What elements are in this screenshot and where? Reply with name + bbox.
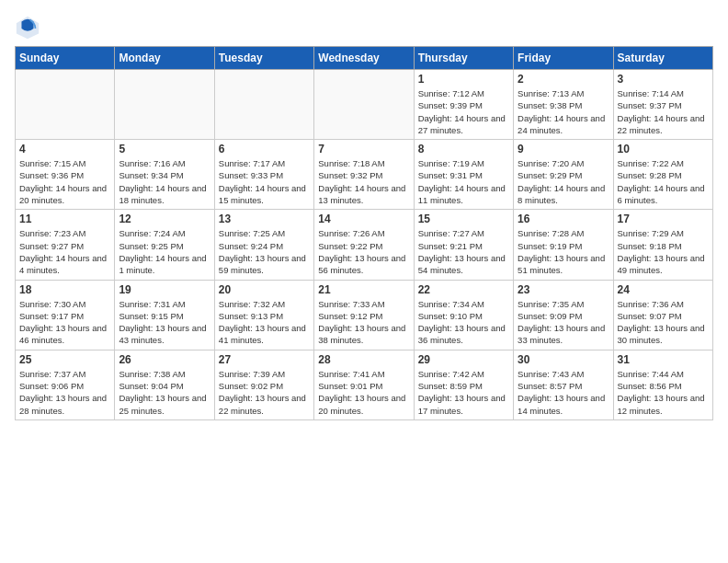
day-info: Sunrise: 7:15 AM Sunset: 9:36 PM Dayligh… xyxy=(19,157,110,206)
header xyxy=(15,15,713,40)
day-info: Sunrise: 7:30 AM Sunset: 9:17 PM Dayligh… xyxy=(19,298,110,347)
day-number: 8 xyxy=(418,143,509,155)
calendar-week-1: 1Sunrise: 7:12 AM Sunset: 9:39 PM Daylig… xyxy=(16,70,713,140)
day-info: Sunrise: 7:20 AM Sunset: 9:29 PM Dayligh… xyxy=(518,157,609,206)
day-number: 16 xyxy=(518,213,609,225)
day-info: Sunrise: 7:29 AM Sunset: 9:18 PM Dayligh… xyxy=(618,227,709,276)
day-number: 9 xyxy=(518,143,609,155)
calendar-cell: 28Sunrise: 7:41 AM Sunset: 9:01 PM Dayli… xyxy=(314,350,414,419)
day-info: Sunrise: 7:12 AM Sunset: 9:39 PM Dayligh… xyxy=(418,87,509,136)
calendar-cell: 15Sunrise: 7:27 AM Sunset: 9:21 PM Dayli… xyxy=(414,210,513,280)
day-info: Sunrise: 7:34 AM Sunset: 9:10 PM Dayligh… xyxy=(418,298,509,347)
calendar-cell: 9Sunrise: 7:20 AM Sunset: 9:29 PM Daylig… xyxy=(514,140,613,210)
day-number: 15 xyxy=(418,213,509,225)
calendar-cell: 3Sunrise: 7:14 AM Sunset: 9:37 PM Daylig… xyxy=(613,70,712,140)
day-number: 1 xyxy=(418,73,509,86)
day-info: Sunrise: 7:17 AM Sunset: 9:33 PM Dayligh… xyxy=(219,157,310,206)
day-number: 31 xyxy=(618,353,709,366)
calendar-cell: 17Sunrise: 7:29 AM Sunset: 9:18 PM Dayli… xyxy=(613,210,712,280)
day-info: Sunrise: 7:38 AM Sunset: 9:04 PM Dayligh… xyxy=(119,368,210,417)
day-info: Sunrise: 7:32 AM Sunset: 9:13 PM Dayligh… xyxy=(219,298,310,347)
logo xyxy=(15,15,44,40)
day-info: Sunrise: 7:27 AM Sunset: 9:21 PM Dayligh… xyxy=(418,227,509,276)
day-number: 21 xyxy=(318,283,409,296)
day-info: Sunrise: 7:26 AM Sunset: 9:22 PM Dayligh… xyxy=(318,227,409,276)
day-info: Sunrise: 7:28 AM Sunset: 9:19 PM Dayligh… xyxy=(518,227,609,276)
calendar-header-row: SundayMondayTuesdayWednesdayThursdayFrid… xyxy=(16,47,713,70)
day-info: Sunrise: 7:37 AM Sunset: 9:06 PM Dayligh… xyxy=(19,368,110,417)
calendar-header-thursday: Thursday xyxy=(414,47,513,70)
day-info: Sunrise: 7:24 AM Sunset: 9:25 PM Dayligh… xyxy=(119,227,210,276)
day-info: Sunrise: 7:25 AM Sunset: 9:24 PM Dayligh… xyxy=(219,227,310,276)
day-info: Sunrise: 7:43 AM Sunset: 8:57 PM Dayligh… xyxy=(518,368,609,417)
day-info: Sunrise: 7:35 AM Sunset: 9:09 PM Dayligh… xyxy=(518,298,609,347)
day-info: Sunrise: 7:44 AM Sunset: 8:56 PM Dayligh… xyxy=(618,368,709,417)
calendar-header-monday: Monday xyxy=(115,47,214,70)
calendar-header-sunday: Sunday xyxy=(16,47,115,70)
calendar-cell: 19Sunrise: 7:31 AM Sunset: 9:15 PM Dayli… xyxy=(115,280,214,350)
day-info: Sunrise: 7:19 AM Sunset: 9:31 PM Dayligh… xyxy=(418,157,509,206)
calendar-cell: 12Sunrise: 7:24 AM Sunset: 9:25 PM Dayli… xyxy=(115,210,214,280)
day-number: 5 xyxy=(119,143,210,155)
calendar-cell: 20Sunrise: 7:32 AM Sunset: 9:13 PM Dayli… xyxy=(214,280,313,350)
calendar-cell: 10Sunrise: 7:22 AM Sunset: 9:28 PM Dayli… xyxy=(613,140,712,210)
day-info: Sunrise: 7:39 AM Sunset: 9:02 PM Dayligh… xyxy=(219,368,310,417)
calendar-header-saturday: Saturday xyxy=(613,47,712,70)
day-number: 25 xyxy=(19,353,110,366)
day-info: Sunrise: 7:36 AM Sunset: 9:07 PM Dayligh… xyxy=(618,298,709,347)
calendar-cell: 27Sunrise: 7:39 AM Sunset: 9:02 PM Dayli… xyxy=(214,350,313,419)
day-number: 24 xyxy=(618,283,709,296)
day-number: 11 xyxy=(19,213,110,225)
day-number: 26 xyxy=(119,353,210,366)
calendar: SundayMondayTuesdayWednesdayThursdayFrid… xyxy=(15,46,713,420)
day-number: 14 xyxy=(318,213,409,225)
day-info: Sunrise: 7:41 AM Sunset: 9:01 PM Dayligh… xyxy=(318,368,409,417)
day-number: 3 xyxy=(618,73,709,86)
calendar-cell: 25Sunrise: 7:37 AM Sunset: 9:06 PM Dayli… xyxy=(16,350,115,419)
day-info: Sunrise: 7:18 AM Sunset: 9:32 PM Dayligh… xyxy=(318,157,409,206)
day-number: 6 xyxy=(219,143,310,155)
calendar-cell: 16Sunrise: 7:28 AM Sunset: 9:19 PM Dayli… xyxy=(514,210,613,280)
day-number: 4 xyxy=(19,143,110,155)
calendar-cell: 8Sunrise: 7:19 AM Sunset: 9:31 PM Daylig… xyxy=(414,140,513,210)
calendar-week-5: 25Sunrise: 7:37 AM Sunset: 9:06 PM Dayli… xyxy=(16,350,713,419)
calendar-cell: 11Sunrise: 7:23 AM Sunset: 9:27 PM Dayli… xyxy=(16,210,115,280)
day-info: Sunrise: 7:22 AM Sunset: 9:28 PM Dayligh… xyxy=(618,157,709,206)
calendar-cell xyxy=(115,70,214,140)
calendar-cell: 6Sunrise: 7:17 AM Sunset: 9:33 PM Daylig… xyxy=(214,140,313,210)
logo-icon xyxy=(15,15,40,40)
calendar-cell: 18Sunrise: 7:30 AM Sunset: 9:17 PM Dayli… xyxy=(16,280,115,350)
calendar-cell: 14Sunrise: 7:26 AM Sunset: 9:22 PM Dayli… xyxy=(314,210,414,280)
day-info: Sunrise: 7:14 AM Sunset: 9:37 PM Dayligh… xyxy=(618,87,709,136)
calendar-body: 1Sunrise: 7:12 AM Sunset: 9:39 PM Daylig… xyxy=(16,70,713,420)
day-number: 19 xyxy=(119,283,210,296)
day-number: 2 xyxy=(518,73,609,86)
day-number: 29 xyxy=(418,353,509,366)
day-info: Sunrise: 7:31 AM Sunset: 9:15 PM Dayligh… xyxy=(119,298,210,347)
calendar-week-2: 4Sunrise: 7:15 AM Sunset: 9:36 PM Daylig… xyxy=(16,140,713,210)
calendar-cell xyxy=(16,70,115,140)
day-number: 30 xyxy=(518,353,609,366)
calendar-cell: 13Sunrise: 7:25 AM Sunset: 9:24 PM Dayli… xyxy=(214,210,313,280)
calendar-cell: 2Sunrise: 7:13 AM Sunset: 9:38 PM Daylig… xyxy=(514,70,613,140)
calendar-cell: 30Sunrise: 7:43 AM Sunset: 8:57 PM Dayli… xyxy=(514,350,613,419)
day-info: Sunrise: 7:16 AM Sunset: 9:34 PM Dayligh… xyxy=(119,157,210,206)
day-number: 23 xyxy=(518,283,609,296)
calendar-cell: 23Sunrise: 7:35 AM Sunset: 9:09 PM Dayli… xyxy=(514,280,613,350)
day-number: 17 xyxy=(618,213,709,225)
calendar-week-4: 18Sunrise: 7:30 AM Sunset: 9:17 PM Dayli… xyxy=(16,280,713,350)
day-number: 10 xyxy=(618,143,709,155)
day-info: Sunrise: 7:13 AM Sunset: 9:38 PM Dayligh… xyxy=(518,87,609,136)
day-number: 7 xyxy=(318,143,409,155)
calendar-cell xyxy=(314,70,414,140)
day-number: 20 xyxy=(219,283,310,296)
calendar-cell: 1Sunrise: 7:12 AM Sunset: 9:39 PM Daylig… xyxy=(414,70,513,140)
calendar-cell: 26Sunrise: 7:38 AM Sunset: 9:04 PM Dayli… xyxy=(115,350,214,419)
day-info: Sunrise: 7:33 AM Sunset: 9:12 PM Dayligh… xyxy=(318,298,409,347)
day-info: Sunrise: 7:23 AM Sunset: 9:27 PM Dayligh… xyxy=(19,227,110,276)
day-number: 12 xyxy=(119,213,210,225)
day-number: 27 xyxy=(219,353,310,366)
day-number: 28 xyxy=(318,353,409,366)
calendar-cell: 29Sunrise: 7:42 AM Sunset: 8:59 PM Dayli… xyxy=(414,350,513,419)
calendar-cell xyxy=(214,70,313,140)
